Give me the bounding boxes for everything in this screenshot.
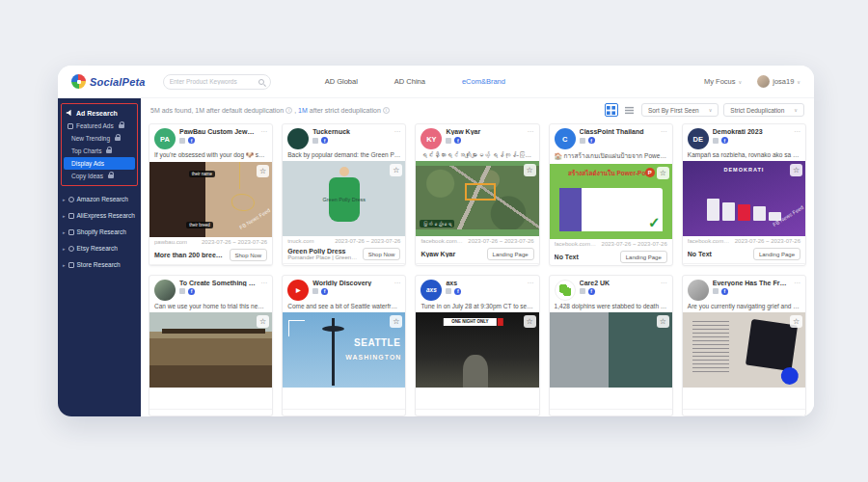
sidebar-item-display-ads[interactable]: Display Ads (64, 157, 135, 170)
sidebar-item-aliexpress-research[interactable]: ▸ AliExpress Research (61, 207, 138, 224)
advertiser-avatar[interactable]: ▶ (287, 280, 309, 301)
results-summary: 5M ads found, 1M after default deduplica… (150, 107, 390, 114)
favorite-star-button[interactable]: ☆ (524, 164, 536, 176)
meta-row: facebook.com/10... 2023-07-26 ~ 2023-07-… (683, 236, 805, 246)
stat-last-seen: Last Seen (773, 414, 802, 417)
favorite-star-button[interactable]: ☆ (790, 164, 802, 176)
ad-creative[interactable]: ☆ (149, 312, 272, 388)
more-icon[interactable]: ⋯ (528, 280, 534, 287)
cta-button[interactable]: Landing Page (753, 248, 800, 260)
sidebar-item-top-charts[interactable]: Top Charts (64, 145, 135, 157)
favorite-star-button[interactable]: ☆ (390, 164, 402, 176)
sort-select[interactable]: Sort By First Seen ∨ (641, 103, 719, 117)
more-icon[interactable]: ⋯ (661, 128, 667, 136)
advertiser-avatar[interactable]: KY (420, 128, 442, 149)
app-logo[interactable]: SocialPeta (71, 74, 146, 89)
cta-button[interactable]: Shop Now (230, 249, 268, 261)
advertiser-domain[interactable]: facebook.com/10... (420, 238, 464, 244)
ad-card: PA PawBau Custom Jewelry f ⋯ If you're o… (149, 123, 273, 266)
ad-creative[interactable]: SEATTLE WASHINGTON ☆ (283, 312, 405, 388)
more-icon[interactable]: ⋯ (393, 128, 400, 136)
sidebar-item-featured-ads[interactable]: Featured Ads (64, 120, 135, 132)
ad-creative[interactable]: DEMOKRATI FB News Feed ☆ (683, 161, 805, 236)
my-focus-menu[interactable]: My Focus ∨ (704, 77, 742, 86)
favorite-star-button[interactable]: ☆ (657, 167, 669, 179)
platform-badges: f (179, 288, 257, 295)
advertiser-domain[interactable]: tnuck.com (287, 238, 313, 244)
more-icon[interactable]: ⋯ (260, 280, 267, 287)
favorite-star-button[interactable]: ☆ (790, 315, 802, 328)
ad-creative[interactable]: FB News Feed their name their breed ☆ (149, 162, 272, 237)
cta-button[interactable]: Shop Now (363, 248, 401, 260)
more-icon[interactable]: ⋯ (260, 128, 267, 136)
favorite-star-button[interactable]: ☆ (524, 315, 536, 328)
advertiser-avatar[interactable]: axs (420, 280, 442, 301)
advertiser-avatar[interactable] (287, 128, 309, 149)
more-icon[interactable]: ⋯ (794, 128, 800, 136)
sidebar-item-etsy-research[interactable]: ▸ Etsy Research (61, 240, 138, 256)
favorite-star-button[interactable]: ☆ (657, 315, 669, 328)
stat-impression: Impression (582, 414, 610, 417)
advertiser-name[interactable]: Worldly Discovery (312, 280, 390, 286)
ad-creative[interactable]: မြတ်နည်နေရ ☆ (416, 161, 538, 236)
ad-creative[interactable]: สร้างสไลด์งานใน Power-Point P ☆ (550, 164, 672, 239)
product-search[interactable] (163, 74, 271, 90)
creative-title: สร้างสไลด์งานใน Power-Point (568, 169, 653, 178)
more-icon[interactable]: ⋯ (661, 280, 667, 287)
advertiser-avatar[interactable] (555, 280, 576, 301)
facebook-icon: f (721, 288, 728, 295)
grid-view-toggle[interactable] (605, 103, 618, 117)
advertiser-name[interactable]: ClassPoint Thailand (580, 128, 657, 135)
sidebar-item-copy-ideas[interactable]: Copy Ideas (64, 170, 135, 182)
advertiser-avatar[interactable] (688, 280, 709, 301)
sidebar-item-shopify-research[interactable]: ▸ Shopify Research (61, 224, 138, 240)
more-icon[interactable]: ⋯ (393, 280, 400, 287)
user-menu[interactable]: josa19 ∨ (757, 75, 800, 88)
advertiser-name[interactable]: Kyaw Kyar (446, 128, 523, 135)
info-icon[interactable]: i (285, 107, 292, 114)
stat-duration-label: Duration (477, 415, 506, 417)
favorite-star-button[interactable]: ☆ (257, 165, 269, 177)
cta-button[interactable]: Landing Page (620, 251, 667, 263)
advertiser-domain[interactable]: pawbau.com (154, 239, 187, 245)
cta-button[interactable]: Landing Page (487, 248, 534, 260)
nav-ad-global[interactable]: AD Global (325, 77, 358, 86)
advertiser-name[interactable]: Care2 UK (580, 280, 657, 286)
sidebar-item-ad-research[interactable]: Ad Research (64, 106, 135, 120)
info-icon[interactable]: i (383, 107, 390, 114)
ad-creative[interactable]: ☆ (550, 312, 672, 388)
search-input[interactable] (170, 78, 255, 85)
advertiser-name[interactable]: PawBau Custom Jewelry (179, 128, 257, 135)
more-icon[interactable]: ⋯ (794, 280, 800, 287)
search-icon[interactable] (258, 79, 264, 85)
advertiser-avatar[interactable]: DE (688, 128, 709, 149)
advertiser-domain[interactable]: facebook.com/10... (688, 238, 731, 244)
dedup-select[interactable]: Strict Deduplication ∨ (723, 103, 804, 117)
favorite-star-button[interactable]: ☆ (257, 315, 269, 328)
sidebar-item-new-trending[interactable]: New Trending (64, 132, 135, 145)
sidebar-item-store-research[interactable]: ▸ Store Research (61, 256, 138, 273)
advertiser-avatar[interactable]: PA (154, 128, 176, 149)
ad-creative[interactable]: ☆ (683, 312, 805, 388)
favorite-star-button[interactable]: ☆ (390, 315, 402, 328)
nav-ecom-brand[interactable]: eCom&Brand (462, 77, 505, 86)
list-view-toggle[interactable] (623, 103, 637, 117)
advertiser-name[interactable]: Tuckernuck (312, 128, 390, 135)
advertiser-avatar[interactable]: C (555, 128, 576, 149)
sidebar-item-amazon-research[interactable]: ▸ Amazon Research (61, 191, 138, 207)
more-icon[interactable]: ⋯ (528, 128, 534, 136)
ad-creative[interactable]: Green Polly Dress ☆ (283, 161, 405, 236)
strict-dedup-count-link[interactable]: 1M (298, 107, 308, 114)
advertiser-name[interactable]: Demokrati 2023 (713, 128, 790, 135)
nav-ad-china[interactable]: AD China (394, 77, 425, 86)
advertiser-name[interactable]: Everyone Has The Freedom To... (713, 280, 790, 286)
ad-text: Are you currently navigating grief and l… (683, 303, 805, 312)
stat-impression-label: Impression (448, 415, 477, 417)
advertiser-avatar[interactable] (154, 280, 176, 301)
product-row: More than 200 breeds available Shop Now (149, 247, 272, 264)
advertiser-domain[interactable]: facebook.com/11... (555, 241, 598, 247)
advertiser-name[interactable]: axs (446, 280, 523, 286)
ad-creative[interactable]: ONE NIGHT ONLY ☆ (416, 312, 538, 388)
platform-badges: f (446, 288, 523, 295)
advertiser-name[interactable]: To Create Something Exceptio... (179, 280, 257, 286)
